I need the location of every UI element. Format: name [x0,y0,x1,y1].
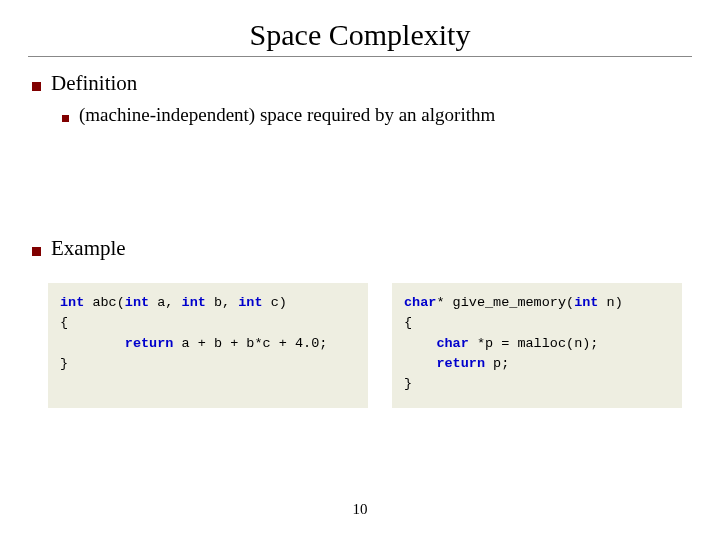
square-bullet-icon [32,247,41,256]
bullet-example-text: Example [51,236,126,261]
slide-title: Space Complexity [28,18,692,52]
kw-return: return [125,336,174,351]
kw-char: char [436,336,468,351]
slide: Space Complexity Definition (machine-ind… [0,0,720,540]
code-block-abc: int abc(int a, int b, int c) { return a … [48,283,368,408]
code-row: int abc(int a, int b, int c) { return a … [48,283,672,408]
kw-int: int [574,295,598,310]
kw-int: int [238,295,262,310]
title-underline [28,56,692,57]
subbullet-definition-1: (machine-independent) space required by … [62,104,692,126]
subbullet-definition-text: (machine-independent) space required by … [79,104,495,126]
square-bullet-icon [32,82,41,91]
kw-int: int [125,295,149,310]
kw-char: char [404,295,436,310]
kw-return: return [436,356,485,371]
bullet-definition-text: Definition [51,71,137,96]
bullet-example: Example [32,236,692,261]
code-block-give-me-memory: char* give_me_memory(int n) { char *p = … [392,283,682,408]
page-number: 10 [0,501,720,518]
kw-int: int [60,295,84,310]
square-bullet-icon [62,115,69,122]
kw-int: int [182,295,206,310]
bullet-definition: Definition [32,71,692,96]
